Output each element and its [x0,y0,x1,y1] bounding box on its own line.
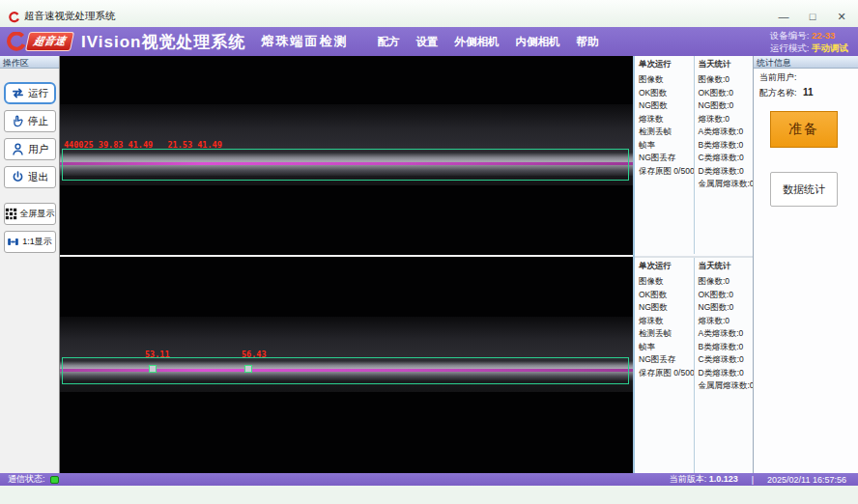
roi-rectangle [62,357,629,384]
status-bar: 通信状态: 当前版本: 1.0.123 | 2025/02/11 16:57:5… [0,473,858,486]
measurement-annotation: 53.11 [145,350,170,359]
current-user-row: 当前用户: [754,69,858,84]
exit-label: 退出 [28,171,48,184]
defect-marker [149,365,157,373]
stat-row: 保存原图 0/500 [639,367,691,380]
stat-row: 熔珠数:0 [699,113,751,126]
app-header: 超音速 IVision视觉处理系统 熔珠端面检测 配方设置外侧相机内侧相机帮助 … [0,27,858,56]
hand-stop-icon [11,114,25,128]
stat-row: 帧率 [639,341,691,354]
fullscreen-label: 全屏显示 [20,208,55,220]
stat-row: 检测丢帧 [639,126,691,139]
stat-row: NG图数:0 [699,99,751,113]
stat-row: OK图数:0 [699,87,751,100]
app-title: IVision视觉处理系统 [81,31,245,53]
daily-stats-column: 当天统计 图像数:0OK图数:0NG图数:0熔珠数:0A类熔珠数:0B类熔珠数:… [695,56,754,254]
stat-row: OK图数 [639,289,691,302]
single-run-header: 单次运行 [639,261,691,272]
sidebar-operations: 操作区 运行 停止 用户 退出 [0,56,60,473]
window-title: 超音速视觉处理系统 [24,10,116,23]
prepare-button[interactable]: 准备 [770,111,838,148]
recipe-name-label: 配方名称: [759,88,797,98]
power-icon [11,170,25,184]
user-button[interactable]: 用户 [4,138,56,160]
stat-row: NG图数:0 [699,301,751,315]
stat-row: NG图数 [639,99,691,113]
stat-row: 图像数:0 [699,275,751,289]
menu-item[interactable]: 设置 [415,35,438,49]
stat-row: B类熔珠数:0 [699,341,751,354]
stat-row: A类熔珠数:0 [699,327,751,341]
stop-button[interactable]: 停止 [4,110,56,132]
app-icon [8,12,19,23]
run-button[interactable]: 运行 [4,82,56,104]
datetime-value: 2025/02/11 16:57:56 [767,475,846,485]
stats-panel-outer: 单次运行 图像数OK图数NG图数熔珠数检测丢帧帧率NG图丢存保存原图 0/500… [635,56,753,254]
stat-row: 图像数:0 [699,73,751,87]
close-button[interactable]: ✕ [835,10,848,23]
current-user-label: 当前用户: [759,72,797,82]
menu-item[interactable]: 内侧相机 [515,35,559,49]
stat-row: OK图数:0 [699,289,751,302]
logo-swoosh-icon [6,32,25,51]
stat-row: 检测丢帧 [639,327,691,341]
data-statistics-button[interactable]: 数据统计 [770,172,838,207]
sidebar-title: 操作区 [0,56,59,69]
daily-stats-column: 当天统计 图像数:0OK图数:0NG图数:0熔珠数:0A类熔珠数:0B类熔珠数:… [695,258,754,473]
statistics-columns: 单次运行 图像数OK图数NG图数熔珠数检测丢帧帧率NG图丢存保存原图 0/500… [633,56,753,473]
stat-row: 金属屑熔珠数:0 [699,379,751,393]
stat-row: 保存原图 0/500 [639,165,691,179]
user-label: 用户 [28,143,48,156]
os-titlebar: 超音速视觉处理系统 — □ ✕ [0,0,858,27]
camera-view-area: 440025 39.83 41.49 21.53 41.49 53.11 56.… [60,56,633,473]
maximize-button[interactable]: □ [806,10,819,23]
sync-arrows-icon [11,86,25,100]
stat-row: D类熔珠数:0 [699,367,751,380]
version-value: 1.0.123 [709,474,738,484]
stat-row: C类熔珠数:0 [699,353,751,367]
fullscreen-grid-icon [5,208,17,220]
one-to-one-button[interactable]: 1:1显示 [4,231,56,253]
one-to-one-label: 1:1显示 [22,236,52,248]
stats-panel-inner: 单次运行 图像数OK图数NG图数熔珠数检测丢帧帧率NG图丢存保存原图 0/500… [635,256,753,473]
daily-stats-header: 当天统计 [699,59,751,70]
logo-text: 超音速 [25,32,74,51]
camera-view-inner: 53.11 56.43 [60,257,633,473]
stat-row: NG图丢存 [639,152,691,165]
stat-row: D类熔珠数:0 [699,165,751,179]
device-info: 设备编号: 22-33 运行模式: 手动调试 [770,29,848,54]
menu-item[interactable]: 外侧相机 [454,35,499,49]
stat-row: 熔珠数:0 [699,315,751,328]
device-label: 设备编号: [770,30,810,41]
stat-row: 帧率 [639,139,691,153]
run-mode-value: 手动调试 [812,42,848,53]
recipe-name-value: 11 [803,87,814,98]
minimize-button[interactable]: — [777,10,790,23]
stat-row: A类熔珠数:0 [699,126,751,139]
menu-item[interactable]: 配方 [377,35,399,49]
stat-row: B类熔珠数:0 [699,139,751,153]
run-mode-label: 运行模式: [770,42,810,53]
exit-button[interactable]: 退出 [4,166,56,188]
recipe-name-row: 配方名称: 11 [754,84,858,99]
single-run-column: 单次运行 图像数OK图数NG图数熔珠数检测丢帧帧率NG图丢存保存原图 0/500 [635,56,695,254]
menu-item[interactable]: 帮助 [576,35,598,49]
stat-row: NG图丢存 [639,353,691,367]
stat-row: C类熔珠数:0 [699,152,751,165]
status-separator: | [752,475,754,485]
single-run-column: 单次运行 图像数OK图数NG图数熔珠数检测丢帧帧率NG图丢存保存原图 0/500 [635,258,695,473]
measurement-annotation: 56.43 [242,350,267,359]
stop-label: 停止 [28,115,48,128]
device-number: 22-33 [812,30,835,41]
stat-row: NG图数 [639,301,691,315]
stat-row: 金属屑熔珠数:0 [699,178,751,191]
version-label: 当前版本: [670,474,707,484]
stat-row: OK图数 [639,87,691,100]
info-panel: 统计信息 当前用户: 配方名称: 11 准备 数据统计 [753,56,858,473]
stat-row: 图像数 [639,73,691,87]
brand-logo: 超音速 [6,32,72,51]
fullscreen-button[interactable]: 全屏显示 [4,203,56,225]
defect-marker [244,365,252,373]
roi-rectangle [62,149,629,181]
stat-row: 图像数 [639,275,691,289]
